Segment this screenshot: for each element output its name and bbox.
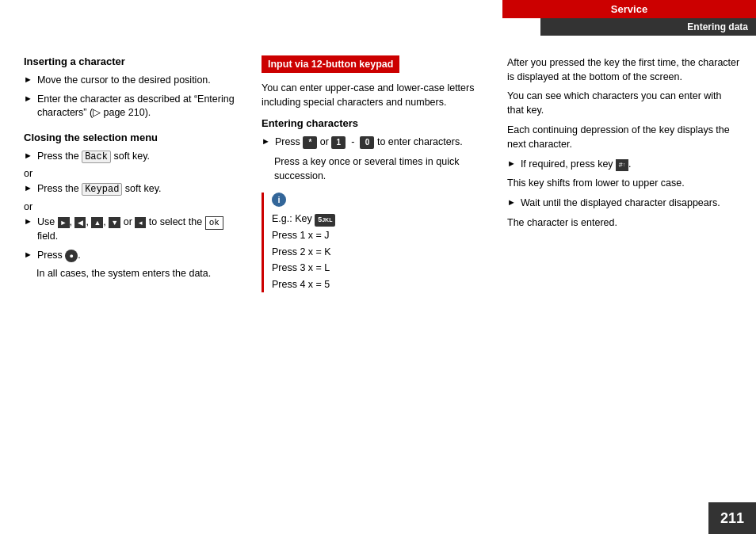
right-para3: Each continuing depression of the key di… (507, 123, 740, 151)
page-number: 211 (708, 502, 756, 534)
top-header: Service Entering data (502, 0, 756, 36)
bullet-text-right2: Wait until the displayed character disap… (521, 196, 720, 211)
service-bar: Service (502, 0, 756, 18)
right-para4: This key shifts from lower to upper case… (507, 176, 740, 190)
bullet-text-6: Press ●. (37, 249, 81, 263)
star-key: * (303, 136, 317, 149)
press2-text: Press 2 x = K (272, 245, 491, 260)
bullet-if-required: ► If required, press key #↑. (507, 158, 740, 172)
press1-text: Press 1 x = J (272, 228, 491, 243)
bullet-arrow-right1: ► (507, 158, 516, 168)
right-nav-btn: ► (58, 217, 70, 228)
main-content: Inserting a character ► Move the cursor … (24, 55, 740, 494)
bullet-use-nav: ► Use ►, ◀, ▲, ▼ or ◂ to select the ok f… (24, 216, 246, 244)
five-key-eg: 5JKL (315, 214, 335, 227)
bullet-back-key: ► Press the Back soft key. (24, 150, 246, 164)
press3-text: Press 3 x = L (272, 261, 491, 276)
or-text-2: or (24, 201, 246, 212)
or-text-1: or (24, 168, 246, 179)
left-col: Inserting a character ► Move the cursor … (24, 55, 246, 494)
mid-col: Input via 12-button keypad You can enter… (262, 55, 491, 494)
bullet-arrow-3: ► (24, 151, 32, 160)
bullet-text-5: Use ►, ◀, ▲, ▼ or ◂ to select the ok fie… (37, 216, 246, 244)
bullet-move-cursor: ► Move the cursor to the desired positio… (24, 74, 246, 88)
bullet-text-3: Press the Back soft key. (37, 150, 150, 164)
bullet-text-2: Enter the character as described at “Ent… (37, 93, 246, 120)
info-box: i E.g.: Key 5JKL Press 1 x = J Press 2 x… (262, 193, 491, 292)
keypad-header-bar: Input via 12-button keypad (262, 55, 491, 81)
bullet-text-mid1: Press * or 1 - 0 to enter characters. (275, 135, 463, 150)
entering-chars-heading: Entering characters (262, 117, 491, 129)
left-nav-btn: ◀ (74, 217, 86, 228)
closing-heading: Closing the selection menu (24, 132, 246, 143)
bullet-arrow-4: ► (24, 183, 32, 193)
bullet-text-right1: If required, press key #↑. (521, 158, 632, 172)
keypad-key-code: Keypad (82, 183, 122, 196)
ok-key: ok (205, 216, 223, 230)
press-once-text: Press a key once or several times in qui… (274, 154, 491, 183)
bullet-wait: ► Wait until the displayed character dis… (507, 196, 740, 211)
bullet-arrow-mid1: ► (262, 136, 270, 146)
bullet-keypad-key: ► Press the Keypad soft key. (24, 182, 246, 196)
bullet-press-keys: ► Press * or 1 - 0 to enter characters. (262, 135, 491, 150)
service-label: Service (611, 3, 647, 15)
entering-data-bar: Entering data (540, 18, 756, 36)
circle-btn: ● (65, 250, 78, 262)
bullet-text-1: Move the cursor to the desired position. (37, 74, 211, 88)
down-nav-btn: ▼ (109, 217, 120, 228)
intro-text: You can enter upper-case and lower-case … (262, 81, 491, 109)
bullet-enter-char: ► Enter the character as described at “E… (24, 93, 246, 120)
diag-nav-btn: ◂ (135, 217, 146, 228)
press4-text: Press 4 x = 5 (272, 277, 491, 292)
entering-data-label: Entering data (687, 21, 748, 32)
bullet-press-circle: ► Press ●. (24, 249, 246, 263)
right-col: After you pressed the key the first time… (507, 55, 740, 494)
back-key-code: Back (82, 151, 111, 163)
bullet-arrow-6: ► (24, 250, 32, 259)
right-para1: After you pressed the key the first time… (507, 55, 740, 84)
in-all-cases-note: In all cases, the system enters the data… (36, 267, 246, 281)
hash-key: #↑ (616, 159, 628, 171)
bullet-text-4: Press the Keypad soft key. (37, 182, 162, 196)
bullet-arrow-2: ► (24, 93, 32, 103)
right-para5: The character is entered. (507, 216, 740, 230)
bullet-arrow-5: ► (24, 216, 32, 226)
keypad-header-label: Input via 12-button keypad (262, 55, 399, 73)
right-para2: You can see which characters you can ent… (507, 89, 740, 117)
up-nav-btn: ▲ (91, 217, 103, 228)
info-icon: i (272, 193, 286, 207)
bullet-arrow-1: ► (24, 74, 32, 84)
eg-key-text: E.g.: Key 5JKL (272, 212, 491, 227)
one-key: 1 (331, 136, 346, 149)
bullet-arrow-right2: ► (507, 197, 516, 207)
zero-key: 0 (360, 136, 374, 149)
inserting-heading: Inserting a character (24, 55, 246, 67)
